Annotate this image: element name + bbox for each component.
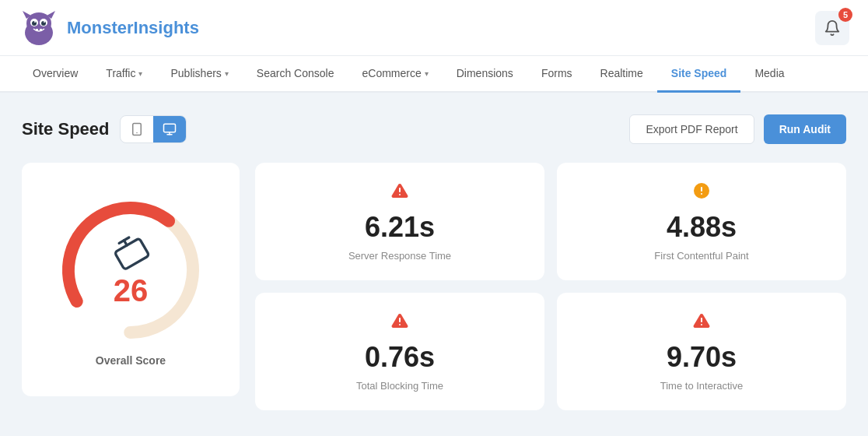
monitor-icon bbox=[107, 228, 154, 275]
svg-point-8 bbox=[34, 21, 36, 23]
warning-orange-icon bbox=[692, 181, 711, 205]
main-content: Site Speed bbox=[0, 93, 868, 432]
score-circle: 26 bbox=[53, 192, 208, 348]
brand-name: MonsterInsights bbox=[67, 18, 199, 38]
tti-value: 9.70s bbox=[667, 341, 737, 374]
metrics-grid: 6.21s Server Response Time 4.88s First C… bbox=[255, 163, 846, 410]
svg-line-21 bbox=[124, 241, 128, 245]
run-audit-button[interactable]: Run Audit bbox=[764, 114, 846, 144]
score-center: 26 bbox=[114, 234, 149, 306]
page-header: Site Speed bbox=[22, 114, 846, 144]
nav-item-media[interactable]: Media bbox=[740, 56, 798, 93]
device-toggle bbox=[120, 115, 187, 143]
warning-red-icon-2 bbox=[390, 311, 409, 335]
header-actions: Export PDF Report Run Audit bbox=[629, 114, 846, 144]
svg-rect-11 bbox=[40, 29, 42, 31]
nav-item-overview[interactable]: Overview bbox=[19, 56, 92, 93]
chevron-down-icon: ▾ bbox=[425, 69, 429, 78]
nav-item-ecommerce[interactable]: eCommerce ▾ bbox=[348, 56, 442, 93]
nav-item-site-speed[interactable]: Site Speed bbox=[657, 56, 741, 93]
warning-red-icon bbox=[390, 181, 409, 205]
nav-item-realtime[interactable]: Realtime bbox=[586, 56, 657, 93]
chevron-down-icon: ▾ bbox=[225, 69, 229, 78]
nav-item-traffic[interactable]: Traffic ▾ bbox=[92, 56, 156, 93]
notification-badge: 5 bbox=[838, 8, 852, 22]
mobile-icon bbox=[130, 122, 144, 136]
score-panel: 26 Overall Score bbox=[22, 163, 240, 396]
server-response-time-value: 6.21s bbox=[365, 211, 435, 244]
svg-point-7 bbox=[41, 21, 46, 26]
svg-point-9 bbox=[44, 21, 45, 23]
tbt-value: 0.76s bbox=[365, 341, 435, 374]
page-title: Site Speed bbox=[22, 119, 109, 139]
page-title-area: Site Speed bbox=[22, 115, 187, 143]
bell-icon bbox=[824, 19, 841, 37]
tti-label: Time to Interactive bbox=[660, 380, 743, 392]
nav-item-dimensions[interactable]: Dimensions bbox=[443, 56, 527, 93]
fcp-label: First Contentful Paint bbox=[654, 250, 748, 262]
svg-point-6 bbox=[32, 21, 37, 26]
content-area: 26 Overall Score 6.21s Server Response T… bbox=[22, 163, 846, 410]
chevron-down-icon: ▾ bbox=[138, 69, 142, 78]
overall-score-value: 26 bbox=[114, 275, 149, 306]
nav-item-publishers[interactable]: Publishers ▾ bbox=[156, 56, 242, 93]
fcp-value: 4.88s bbox=[667, 211, 737, 244]
tbt-label: Total Blocking Time bbox=[356, 380, 443, 392]
nav-item-forms[interactable]: Forms bbox=[527, 56, 586, 93]
navigation: Overview Traffic ▾ Publishers ▾ Search C… bbox=[0, 56, 868, 93]
metric-card-server-response: 6.21s Server Response Time bbox=[255, 163, 544, 280]
desktop-icon bbox=[163, 122, 177, 136]
nav-item-search-console[interactable]: Search Console bbox=[243, 56, 348, 93]
warning-red-icon-3 bbox=[692, 311, 711, 335]
mobile-device-button[interactable] bbox=[121, 116, 153, 142]
notification-area: 5 bbox=[815, 11, 849, 45]
metric-card-tbt: 0.76s Total Blocking Time bbox=[255, 293, 544, 410]
header: MonsterInsights 5 bbox=[0, 0, 868, 56]
metric-card-tti: 9.70s Time to Interactive bbox=[557, 293, 846, 410]
logo-area: MonsterInsights bbox=[19, 8, 199, 48]
metric-card-fcp: 4.88s First Contentful Paint bbox=[557, 163, 846, 280]
svg-rect-10 bbox=[36, 29, 38, 31]
logo-icon bbox=[19, 8, 59, 48]
svg-rect-14 bbox=[164, 124, 176, 132]
server-response-time-label: Server Response Time bbox=[348, 250, 451, 262]
desktop-device-button[interactable] bbox=[153, 116, 186, 142]
export-pdf-button[interactable]: Export PDF Report bbox=[629, 114, 754, 144]
